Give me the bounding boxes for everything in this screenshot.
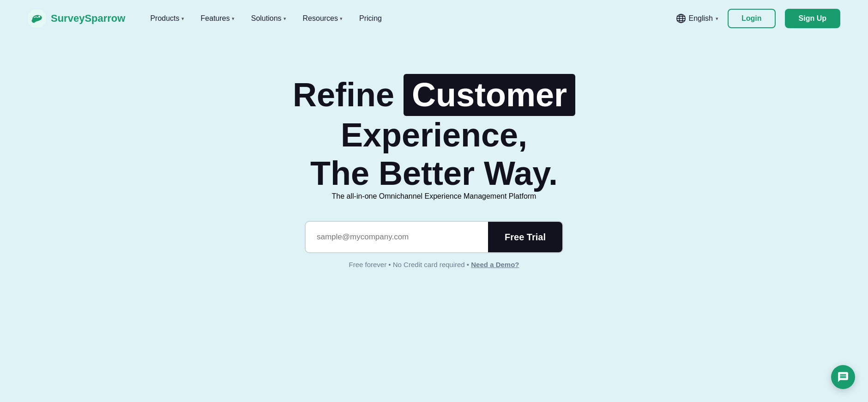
- logo[interactable]: SurveySparrow: [28, 9, 125, 28]
- nav-features[interactable]: Features ▾: [194, 11, 241, 26]
- chat-widget-button[interactable]: [831, 365, 855, 389]
- navbar-left: SurveySparrow Products ▾ Features ▾ Solu…: [28, 9, 388, 28]
- products-chevron-icon: ▾: [181, 16, 184, 22]
- logo-icon: [28, 9, 46, 28]
- email-input[interactable]: [306, 222, 488, 252]
- nav-links: Products ▾ Features ▾ Solutions ▾ Resour…: [144, 11, 388, 26]
- globe-icon: [676, 13, 686, 24]
- headline-highlight: Customer: [404, 74, 575, 116]
- nav-products[interactable]: Products ▾: [144, 11, 190, 26]
- signup-button[interactable]: Sign Up: [785, 9, 840, 28]
- features-chevron-icon: ▾: [232, 16, 235, 22]
- logo-text: SurveySparrow: [51, 12, 125, 24]
- svg-point-1: [38, 16, 40, 18]
- hero-email-form: Free Trial: [305, 221, 563, 253]
- language-label: English: [689, 14, 713, 23]
- nav-pricing[interactable]: Pricing: [353, 11, 388, 26]
- navbar-right: English ▾ Login Sign Up: [676, 9, 840, 28]
- language-chevron-icon: ▾: [716, 16, 718, 22]
- resources-chevron-icon: ▾: [340, 16, 343, 22]
- navbar: SurveySparrow Products ▾ Features ▾ Solu…: [0, 0, 868, 37]
- chat-icon: [837, 371, 849, 383]
- solutions-chevron-icon: ▾: [283, 16, 286, 22]
- login-button[interactable]: Login: [728, 9, 776, 28]
- demo-link[interactable]: Need a Demo?: [471, 261, 519, 268]
- hero-subheadline: The all-in-one Omnichannel Experience Ma…: [332, 192, 536, 201]
- nav-resources[interactable]: Resources ▾: [296, 11, 349, 26]
- language-selector[interactable]: English ▾: [676, 13, 718, 24]
- hero-headline: Refine Customer Experience, The Better W…: [212, 74, 656, 192]
- hero-disclaimer: Free forever • No Credit card required •…: [349, 261, 519, 268]
- hero-section: Refine Customer Experience, The Better W…: [0, 37, 868, 296]
- free-trial-button[interactable]: Free Trial: [488, 222, 562, 252]
- nav-solutions[interactable]: Solutions ▾: [245, 11, 293, 26]
